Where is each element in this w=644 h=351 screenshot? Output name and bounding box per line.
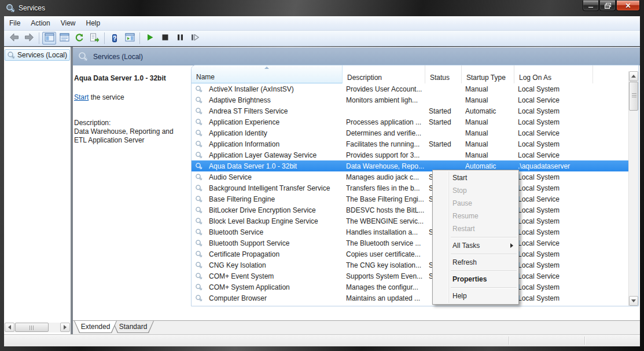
scroll-right-arrow[interactable] [60,323,70,332]
service-row[interactable]: BitLocker Drive Encryption ServiceBDESVC… [192,204,628,215]
service-row[interactable]: CNG Key IsolationThe CNG key isolation..… [192,259,628,270]
description-label: Description: [74,119,111,127]
cell-name: Base Filtering Engine [209,195,346,203]
start-service-button[interactable] [143,32,157,45]
export-list-icon [90,33,100,44]
restore-button[interactable] [599,1,616,11]
start-service-icon [146,34,154,43]
horizontal-scroll-thumb[interactable] [15,323,49,332]
cell-description: Handles installation a... [346,228,429,236]
forward-button[interactable] [22,32,36,45]
service-row[interactable]: Background Intelligent Transfer ServiceT… [192,182,628,193]
refresh-button[interactable] [72,32,86,45]
tab-standard[interactable]: Standard [112,321,154,333]
cell-log-on-as: Local Service [518,195,628,203]
service-row[interactable]: COM+ System ApplicationManages the confi… [192,281,628,292]
cell-name: Application Experience [209,118,346,126]
service-row[interactable]: Application IdentityDetermines and verif… [192,127,628,138]
cell-description: Transfers files in the b... [346,184,429,192]
service-row-selected[interactable]: Aqua Data Server 1.0 - 32bitData Warehou… [192,160,628,171]
cell-description: Copies user certificate... [346,250,429,258]
services-list-panel: NameDescriptionStatusStartup TypeLog On … [191,65,639,306]
toolbar-separator [139,32,140,44]
service-row[interactable]: Audio ServiceManages audio jack c...Star… [192,171,628,182]
context-menu-item-refresh[interactable]: Refresh [433,256,518,269]
column-header-filler [593,65,628,83]
cell-log-on-as: Local Service [518,129,628,137]
service-row[interactable]: Block Level Backup Engine ServiceThe WBE… [192,215,628,226]
context-menu-item-start[interactable]: Start [433,171,518,184]
service-row[interactable]: Adaptive BrightnessMonitors ambient ligh… [192,94,628,105]
tab-extended[interactable]: Extended [74,321,117,333]
cell-startup-type: Manual [465,129,518,137]
column-header-name[interactable]: Name [192,65,343,83]
properties-icon [60,33,69,43]
service-gear-icon [195,96,209,104]
column-header-startup-type[interactable]: Startup Type [462,65,514,83]
minimize-button[interactable] [583,1,599,11]
context-menu-item-help[interactable]: Help [433,290,518,302]
cell-log-on-as: Local Service [518,239,628,247]
service-row[interactable]: COM+ Event SystemSupports System Even...… [192,270,628,281]
context-menu-item-all-tasks[interactable]: All Tasks [433,239,518,252]
service-row[interactable]: ActiveX Installer (AxInstSV)Provides Use… [192,83,628,94]
column-header-status[interactable]: Status [425,65,462,83]
service-row[interactable]: Bluetooth Support ServiceThe Bluetooth s… [192,237,628,248]
vertical-scroll-thumb[interactable] [629,82,638,111]
scroll-down-arrow[interactable] [629,296,638,306]
sort-ascending-icon [264,67,269,69]
properties-button[interactable] [57,32,71,45]
console-tree-button[interactable] [42,32,56,45]
sidebar-horizontal-scrollbar[interactable] [5,323,70,332]
service-row[interactable]: Computer BrowserMaintains an updated ...… [192,292,628,304]
cell-name: Application Layer Gateway Service [209,151,346,159]
restart-service-button[interactable] [188,32,202,45]
service-gear-icon [195,261,209,269]
cell-name: Bluetooth Support Service [209,239,346,247]
cell-name: COM+ System Application [209,283,346,291]
service-gear-icon [195,107,209,115]
service-row[interactable]: Application ExperienceProcesses applicat… [192,116,628,127]
title-bar[interactable]: Services ✕ [0,0,644,16]
cell-name: COM+ Event System [209,272,346,280]
back-button[interactable] [7,32,21,45]
service-row[interactable]: Application Layer Gateway ServiceProvide… [192,149,628,160]
stop-service-button[interactable] [158,32,172,45]
vertical-scrollbar[interactable] [628,71,638,306]
service-row[interactable]: Application InformationFacilitates the r… [192,138,628,149]
cell-log-on-as: Local System [518,107,628,115]
cell-name: Andrea ST Filters Service [209,107,346,115]
scroll-up-arrow[interactable] [629,71,638,81]
menu-help[interactable]: Help [81,16,106,31]
menu-file[interactable]: File [4,16,25,31]
start-service-link[interactable]: Start [74,93,89,101]
service-gear-icon [195,239,209,247]
sidebar-item-services-local[interactable]: Services (Local) [5,49,70,61]
service-row[interactable]: Credential ManagerProvides secure storag… [192,304,628,306]
help-button[interactable]: ? [108,32,122,45]
cell-status: Started [429,107,465,115]
service-row[interactable]: Andrea ST Filters ServiceStartedAutomati… [192,105,628,116]
pause-service-button[interactable] [173,32,187,45]
minimize-icon [588,6,594,8]
export-list-button[interactable] [87,32,101,45]
cell-name: CNG Key Isolation [209,261,346,269]
cell-description: The Base Filtering Engi... [346,195,429,203]
close-button[interactable]: ✕ [616,1,640,11]
scroll-left-arrow[interactable] [5,323,14,332]
column-header-description[interactable]: Description [343,65,425,83]
cell-description: Monitors ambient ligh... [346,96,429,104]
service-row[interactable]: Base Filtering EngineThe Base Filtering … [192,193,628,204]
context-menu-item-properties[interactable]: Properties [433,273,518,286]
cell-description: Maintains an updated ... [346,294,429,302]
cell-name: ActiveX Installer (AxInstSV) [209,85,346,93]
service-gear-icon [195,305,209,306]
service-row[interactable]: Bluetooth ServiceHandles installation a.… [192,226,628,237]
column-header-log-on-as[interactable]: Log On As [514,65,593,83]
service-row[interactable]: Certificate PropagationCopies user certi… [192,248,628,259]
menu-action[interactable]: Action [25,16,55,31]
menu-separator [451,270,517,271]
restart-service-icon [191,34,199,42]
action-pane-button[interactable] [123,32,137,45]
menu-view[interactable]: View [56,16,81,31]
